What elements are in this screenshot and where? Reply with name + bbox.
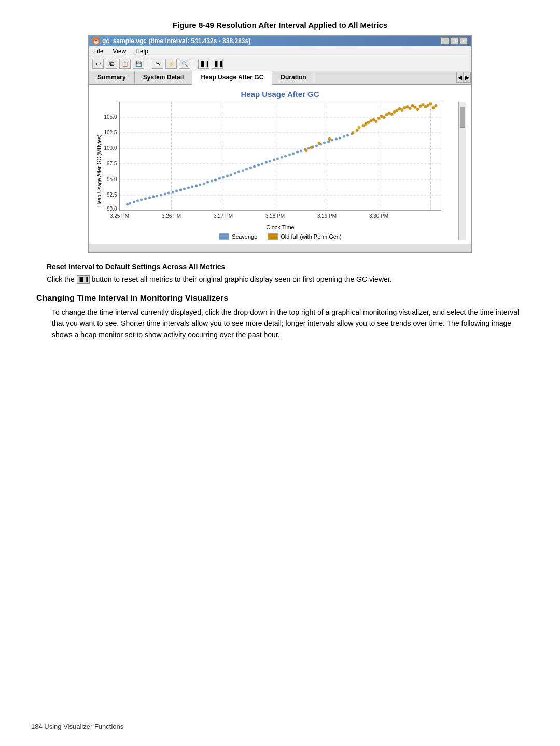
application-window: ☕ gc_sample.vgc (time interval: 541.432s… [88,35,472,253]
window-controls: _ □ × [441,37,468,45]
svg-point-114 [419,105,422,108]
svg-point-60 [257,164,260,167]
svg-point-98 [377,117,381,120]
toolbar-separator1 [148,59,148,68]
svg-text:97.5: 97.5 [107,161,117,167]
svg-point-93 [365,122,368,126]
legend-old-full-color [268,233,278,240]
svg-point-71 [300,150,302,153]
tab-summary[interactable]: Summary [89,71,135,84]
cut-button[interactable]: ✂ [152,59,163,69]
scrollbar-right[interactable] [458,102,466,240]
chart-plot: 105.0 102.5 100.0 97.5 95.0 92.5 90.0 3:… [102,102,458,240]
toolbar-separator2 [194,59,194,68]
tabs-bar: Summary System Detail Heap Usage After G… [89,71,471,85]
chart-container: Heap Usage After GC Heap Usage After GC … [89,85,471,244]
svg-point-116 [424,105,427,108]
maximize-button[interactable]: □ [450,37,458,45]
svg-point-111 [411,104,414,107]
menu-file[interactable]: File [91,47,105,56]
svg-point-58 [249,167,252,169]
y-axis-label: Heap Usage After GC (MBytes) [94,102,102,240]
undo-button[interactable]: ↩ [92,59,104,69]
svg-point-34 [156,195,158,198]
svg-text:3:26 PM: 3:26 PM [162,213,181,219]
svg-point-96 [372,118,375,121]
svg-point-52 [226,175,229,177]
svg-point-27 [129,202,131,205]
svg-point-40 [179,189,182,191]
reset-section: Reset Interval to Default Settings Acros… [31,263,529,285]
svg-point-26 [126,203,129,206]
svg-point-28 [133,201,135,203]
svg-point-47 [206,181,209,184]
svg-point-62 [265,161,268,164]
chart-bar2-button[interactable]: ▐▌▐ [212,59,223,69]
save-button[interactable]: 💾 [133,59,144,69]
tab-scroll-left[interactable]: ◀ [456,72,464,83]
svg-point-55 [237,171,240,173]
svg-text:90.0: 90.0 [107,206,117,212]
svg-point-39 [175,190,178,192]
svg-point-87 [318,142,321,145]
svg-point-73 [307,147,310,150]
svg-point-89 [352,131,355,134]
reset-heading: Reset Interval to Default Settings Acros… [47,263,529,271]
svg-point-81 [339,137,341,140]
tab-scroll-right[interactable]: ▶ [464,72,471,83]
svg-text:3:30 PM: 3:30 PM [369,213,388,219]
svg-point-82 [343,135,345,138]
close-button[interactable]: × [459,37,468,45]
svg-point-107 [401,108,404,112]
chart-bar1-button[interactable]: ▐▌▐ [198,59,209,69]
svg-point-85 [305,149,308,152]
svg-point-65 [276,158,279,160]
copy-button[interactable]: ⧉ [106,59,117,69]
svg-point-115 [422,103,425,106]
svg-point-94 [367,121,370,124]
search-button[interactable]: 🔍 [179,59,190,69]
changing-section: Changing Time Interval in Monitoring Vis… [31,294,529,341]
svg-point-30 [140,199,143,201]
paste-button[interactable]: 📋 [119,59,131,69]
svg-point-57 [245,168,248,171]
svg-point-43 [191,186,193,188]
legend-scavenge: Scavenge [219,233,257,240]
svg-point-92 [362,124,365,127]
svg-point-29 [136,200,139,202]
svg-text:3:28 PM: 3:28 PM [265,213,285,219]
tab-system-detail[interactable]: System Detail [135,71,193,84]
svg-point-118 [429,102,432,105]
filter-button[interactable]: ⚡ [165,59,177,69]
svg-point-119 [432,106,435,109]
scrollbar-thumb[interactable] [460,107,465,128]
svg-point-80 [335,138,338,141]
svg-point-49 [214,179,217,182]
tab-heap-usage[interactable]: Heap Usage After GC [192,71,272,85]
svg-rect-0 [120,102,441,211]
svg-point-68 [288,154,291,156]
svg-point-32 [148,197,151,199]
svg-point-104 [393,110,396,114]
svg-point-54 [234,172,236,175]
svg-point-51 [222,176,225,179]
svg-point-31 [144,198,147,200]
svg-point-78 [327,141,330,143]
svg-point-67 [284,155,287,158]
svg-text:95.0: 95.0 [107,176,117,182]
tab-duration[interactable]: Duration [272,71,315,84]
legend-old-full: Old full (with Perm Gen) [268,233,341,240]
svg-point-36 [164,193,166,196]
svg-point-70 [296,151,299,154]
menu-help[interactable]: Help [133,47,150,56]
svg-point-46 [203,183,205,185]
changing-body: To change the time interval currently di… [36,307,529,341]
menu-view[interactable]: View [110,47,128,56]
svg-point-75 [315,145,318,147]
svg-text:3:27 PM: 3:27 PM [214,213,233,219]
toolbar: ↩ ⧉ 📋 💾 ✂ ⚡ 🔍 ▐▌▐ ▐▌▐ [89,57,471,71]
svg-text:100.0: 100.0 [104,145,117,151]
minimize-button[interactable]: _ [441,37,449,45]
svg-point-112 [414,106,417,109]
legend-scavenge-color [219,233,229,240]
